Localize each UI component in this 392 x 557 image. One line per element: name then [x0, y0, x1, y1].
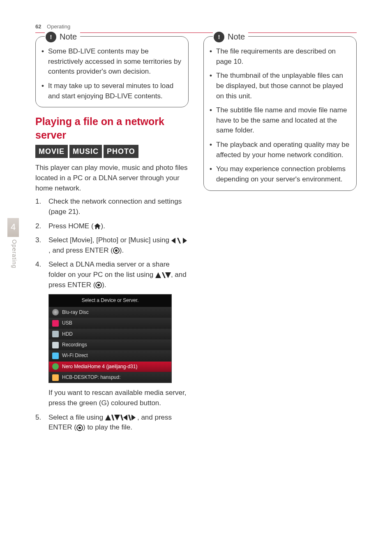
- svg-point-3: [97, 284, 100, 286]
- page-number: 62: [35, 23, 41, 30]
- note-item: The file requirements are described on p…: [210, 46, 350, 67]
- device-row: Blu-ray Disc: [49, 307, 171, 318]
- media-tags: MOVIE MUSIC PHOTO: [35, 145, 189, 158]
- usb-icon: [52, 320, 59, 327]
- note-item: The subtitle file name and movie file na…: [210, 105, 350, 136]
- tag-photo: PHOTO: [104, 145, 138, 158]
- note-1-list: Some BD-LIVE contents may be restrictive…: [42, 46, 182, 101]
- wifi-icon: [52, 353, 59, 359]
- pc-icon: [52, 374, 59, 381]
- intro-paragraph: This player can play movie, music and ph…: [35, 163, 189, 193]
- section-name: Operating: [47, 23, 70, 30]
- device-row: USB: [49, 318, 171, 328]
- tag-movie: MOVIE: [35, 145, 68, 158]
- step-2: Press HOME ().: [35, 221, 189, 232]
- device-row: HDD: [49, 329, 171, 339]
- device-screenshot: Select a Device or Server. Blu-ray Disc …: [48, 294, 172, 383]
- note-box-1: ! Note Some BD-LIVE contents may be rest…: [35, 36, 189, 107]
- step-5: Select a file using , and press ENTER ()…: [35, 413, 189, 433]
- note-icon: !: [214, 32, 224, 42]
- chapter-label: Operating: [7, 237, 18, 268]
- svg-point-1: [115, 249, 118, 252]
- step-4-note: If you want to rescan available media se…: [48, 388, 189, 408]
- server-icon: [52, 363, 59, 370]
- note-2-list: The file requirements are described on p…: [210, 46, 350, 185]
- side-tab: 4 Operating: [7, 218, 19, 268]
- up-down-icon: [155, 272, 171, 278]
- disc-icon: [52, 309, 59, 316]
- all-directions-icon: [105, 415, 137, 420]
- note-item: The thumbnail of the unplayable files ca…: [210, 71, 350, 101]
- device-row: HCB-DESKTOP: hanspud:: [49, 372, 171, 383]
- svg-point-5: [78, 427, 81, 429]
- home-icon: [94, 223, 101, 229]
- tag-music: MUSIC: [69, 145, 102, 158]
- device-row-selected: Nero MediaHome 4 (jaeiljang-d31): [49, 361, 171, 372]
- recordings-icon: [52, 342, 59, 348]
- device-row: Wi-Fi Direct: [49, 350, 171, 361]
- enter-icon: [113, 247, 120, 254]
- note-item: It may take up to several minutes to loa…: [42, 81, 182, 101]
- note-icon: !: [46, 32, 56, 42]
- step-3: Select [Movie], [Photo] or [Music] using…: [35, 235, 189, 255]
- left-right-icon: [171, 238, 187, 244]
- steps-list: Check the network connection and setting…: [35, 197, 189, 433]
- chapter-number: 4: [7, 218, 19, 237]
- note-title: Note: [228, 31, 245, 43]
- screenshot-title: Select a Device or Server.: [49, 295, 171, 306]
- page-header: 62 Operating: [35, 23, 357, 33]
- enter-icon: [76, 425, 83, 431]
- note-item: The playback and operating quality may b…: [210, 140, 350, 160]
- device-row: Recordings: [49, 339, 171, 350]
- step-1: Check the network connection and setting…: [35, 197, 189, 217]
- hdd-icon: [52, 331, 59, 337]
- note-box-2: ! Note The file requirements are describ…: [203, 36, 357, 191]
- section-heading: Playing a file on a network server: [35, 115, 189, 142]
- step-4: Select a DLNA media server or a share fo…: [35, 260, 189, 408]
- note-item: You may experience connection problems d…: [210, 164, 350, 184]
- note-item: Some BD-LIVE contents may be restrictive…: [42, 46, 182, 77]
- note-title: Note: [60, 31, 77, 43]
- enter-icon: [95, 282, 102, 288]
